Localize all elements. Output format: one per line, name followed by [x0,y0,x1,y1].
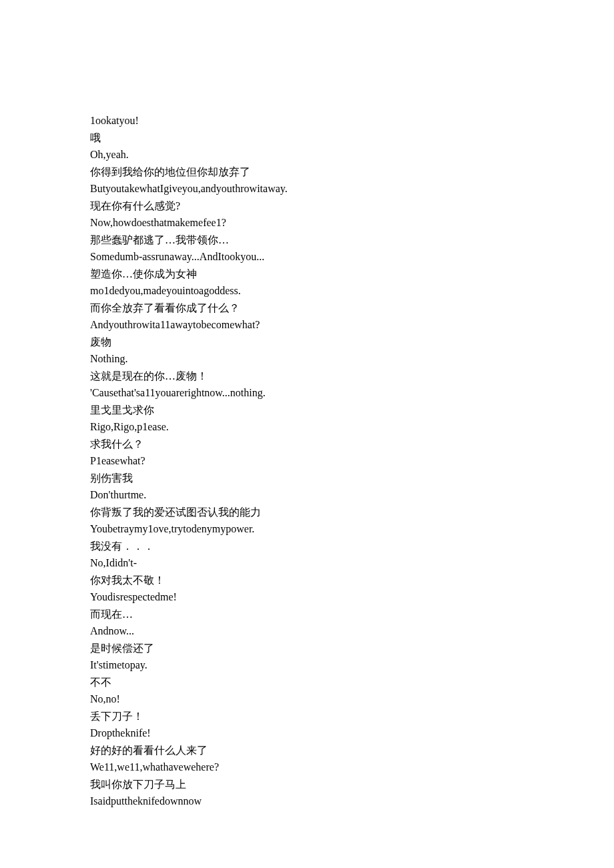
text-line: 而你全放弃了看看你成了什么？ [90,300,527,317]
text-line: No,no! [90,691,527,708]
text-line: Isaidputtheknifedownnow [90,793,527,810]
text-line: 你背叛了我的爱还试图否认我的能力 [90,504,527,521]
text-line: 1ookatyou! [90,112,527,129]
text-line: Rigo,Rigo,p1ease. [90,418,527,436]
text-line: 不不 [90,674,527,691]
text-line: 是时候偿还了 [90,640,527,657]
text-line: We11,we11,whathavewehere? [90,759,527,776]
text-line: 你对我太不敬！ [90,572,527,589]
text-line: Andnow... [90,622,527,640]
text-line: No,Ididn't- [90,554,527,572]
text-line: 好的好的看看什么人来了 [90,742,527,759]
text-line: P1easewhat? [90,452,527,470]
text-line: 我没有．．． [90,538,527,555]
text-line: 那些蠢驴都逃了…我带领你… [90,232,527,249]
text-line: 你得到我给你的地位但你却放弃了 [90,163,527,181]
text-line: 塑造你…使你成为女神 [90,266,527,283]
text-line: mo1dedyou,madeyouintoagoddess. [90,282,527,300]
text-line: 我叫你放下刀子马上 [90,776,527,793]
text-line: Somedumb-assrunaway...AndItookyou... [90,248,527,266]
text-line: 废物 [90,334,527,351]
text-line: ButyoutakewhatIgiveyou,andyouthrowitaway… [90,180,527,197]
text-line: 哦 [90,129,527,147]
text-line: 这就是现在的你…废物！ [90,368,527,385]
text-line: Youbetraymy1ove,trytodenymypower. [90,520,527,538]
text-line: It'stimetopay. [90,657,527,674]
text-line: 现在你有什么感觉? [90,197,527,215]
text-line: 丢下刀子！ [90,708,527,725]
text-line: Youdisrespectedme! [90,588,527,606]
text-line: 别伤害我 [90,470,527,487]
text-body: 1ookatyou!哦Oh,yeah.你得到我给你的地位但你却放弃了Butyou… [90,112,527,810]
text-line: Andyouthrowita11awaytobecomewhat? [90,316,527,334]
document-page: 1ookatyou!哦Oh,yeah.你得到我给你的地位但你却放弃了Butyou… [0,0,614,868]
text-line: Now,howdoesthatmakemefee1? [90,214,527,232]
text-line: Oh,yeah. [90,146,527,163]
text-line: Droptheknife! [90,725,527,742]
text-line: 里戈里戈求你 [90,402,527,419]
text-line: Nothing. [90,350,527,368]
text-line: Don'thurtme. [90,486,527,504]
text-line: 而现在… [90,606,527,623]
text-line: 'Causethat'sa11youarerightnow...nothing. [90,384,527,402]
text-line: 求我什么？ [90,436,527,453]
